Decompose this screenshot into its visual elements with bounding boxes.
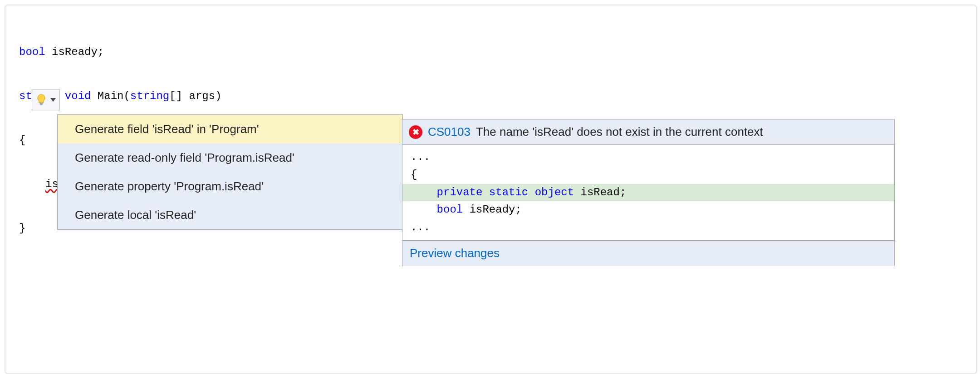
quick-action-generate-field[interactable]: Generate field 'isRead' in 'Program' (58, 115, 402, 144)
identifier: isRead (581, 186, 620, 198)
keyword-bool: bool (437, 203, 463, 216)
quick-action-generate-readonly-field[interactable]: Generate read-only field 'Program.isRead… (58, 144, 402, 172)
diff-context-line: bool isReady; (402, 201, 894, 219)
editor-frame: bool isReady; static void Main(string[] … (5, 5, 977, 374)
diff-brace-open: { (402, 166, 894, 184)
quick-action-generate-property[interactable]: Generate property 'Program.isRead' (58, 172, 402, 201)
lightbulb-icon (36, 94, 47, 106)
code-line: bool isReady; (19, 45, 963, 60)
paren-close: ) (215, 90, 221, 102)
param-name: args (189, 90, 216, 102)
error-header: CS0103 The name 'isRead' does not exist … (402, 119, 894, 145)
semicolon: ; (515, 203, 521, 216)
semicolon: ; (98, 46, 104, 58)
chevron-down-icon (50, 98, 56, 102)
preview-footer: Preview changes (402, 240, 894, 266)
error-icon (409, 125, 422, 139)
preview-changes-link[interactable]: Preview changes (410, 246, 500, 260)
array-brackets: [] (169, 90, 182, 102)
code-line: static void Main(string[] args) (19, 89, 963, 104)
diff-added-line: private static object isRead; (402, 184, 894, 202)
error-code[interactable]: CS0103 (428, 124, 470, 140)
quick-action-generate-local[interactable]: Generate local 'isRead' (58, 201, 402, 229)
keyword-string: string (130, 90, 169, 102)
keyword-private: private (437, 186, 483, 198)
error-message: The name 'isRead' does not exist in the … (476, 124, 763, 140)
keyword-object: object (535, 186, 574, 198)
identifier: isReady (470, 203, 515, 216)
svg-rect-1 (40, 104, 43, 105)
keyword-void: void (65, 90, 91, 102)
preview-diff: ... { private static object isRead; bool… (402, 145, 894, 240)
svg-rect-0 (40, 103, 43, 104)
preview-panel: CS0103 The name 'isRead' does not exist … (402, 119, 895, 266)
method-name: Main (98, 90, 124, 102)
identifier: isReady (52, 46, 98, 58)
semicolon: ; (620, 186, 626, 198)
paren-open: ( (123, 90, 130, 102)
keyword-static: static (489, 186, 528, 198)
quick-actions-menu: Generate field 'isRead' in 'Program' Gen… (57, 114, 403, 230)
diff-ellipsis: ... (402, 149, 894, 166)
quick-actions-bulb-button[interactable] (32, 89, 60, 110)
diff-ellipsis: ... (402, 219, 894, 237)
keyword-bool: bool (19, 46, 45, 58)
